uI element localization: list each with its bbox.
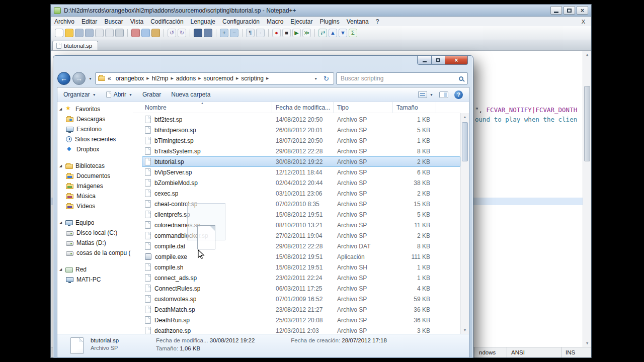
zoom-out-icon[interactable]: − [230,29,238,37]
close-button[interactable]: × [577,6,588,15]
search-icon[interactable] [459,76,463,81]
explorer-titlebar[interactable]: × [53,56,473,70]
minimize-button[interactable] [550,6,562,15]
help-icon[interactable]: ? [454,90,463,99]
close-file-icon[interactable] [95,29,104,37]
refresh-icon[interactable]: ↻ [321,75,331,82]
zoom-in-icon[interactable]: + [220,29,228,37]
file-row-compile-sh[interactable]: compile.sh15/08/2012 19:51Archivo SH1 KB [142,262,460,273]
breadcrumb-item-hl2mp[interactable]: hl2mp [150,74,171,82]
file-row-connectrules-sp[interactable]: ConnectRules.sp06/03/2011 17:25Archivo S… [142,283,460,294]
open-folder-icon[interactable] [65,29,73,37]
scroll-up-icon[interactable]: ▲ [461,113,469,121]
sidebar-item-musica[interactable]: Música [57,191,133,201]
forward-button[interactable]: → [72,72,86,85]
sidebar-item-descargas[interactable]: Descargas [57,114,133,124]
menu-item-ventana[interactable]: Ventana [343,17,372,26]
tab-btutorial[interactable]: btutorial.sp [52,41,98,50]
redo-icon[interactable]: ↻ [178,29,186,37]
editor-scrollbar[interactable]: ▲ ▼ [583,51,591,347]
menu-item-archivo[interactable]: Archivo [51,17,78,26]
sidebar-group-header-equipo[interactable]: ◢Equipo [57,218,133,228]
notepadpp-titlebar[interactable]: D:\hl2dm\srcds\orangebox\hl2mp\addons\so… [51,5,591,17]
maximize-button[interactable] [432,55,445,65]
expand-triangle-icon[interactable]: ◢ [58,164,63,168]
file-row-cexec-sp[interactable]: cexec.sp03/10/2011 23:06Archivo SP2 KB [142,188,460,199]
breadcrumb-item-sourcemod[interactable]: sourcemod [202,74,235,82]
show-symbols-icon[interactable]: · [256,29,265,37]
views-button[interactable]: ▼ [418,91,433,98]
file-row-btutorial-sp[interactable]: btutorial.sp30/08/2012 19:22Archivo SP2 … [142,156,460,167]
scroll-down-icon[interactable]: ▼ [461,326,469,334]
burn-button[interactable]: Grabar [142,91,161,98]
close-document-icon[interactable]: X [576,19,591,25]
expand-triangle-icon[interactable]: ◢ [58,221,63,225]
file-row-deathrun-sp[interactable]: DeathRun.sp25/03/2012 20:08Archivo SP36 … [142,315,460,325]
column-header-name[interactable]: ▲Nombre [133,102,272,113]
sum-icon[interactable]: Σ [349,29,357,37]
column-header-date[interactable]: Fecha de modifica... [272,102,334,113]
file-row-commandblocker-sp[interactable]: commandblocker.sp27/02/2011 19:04Archivo… [142,230,460,241]
preview-pane-icon[interactable] [439,92,448,98]
print-icon[interactable] [115,29,124,37]
breadcrumb-overflow-chevron[interactable]: « [107,75,112,82]
address-bar[interactable]: « orangebox▶hl2mp▶addons▶sourcemod▶scrip… [95,72,334,84]
file-row-btf2test-sp[interactable]: btf2test.sp14/08/2012 20:50Archivo SP1 K… [142,114,460,125]
stop-macro-icon[interactable]: ■ [282,29,291,37]
file-list-scrollbar[interactable]: ▲ ▼ [460,113,469,334]
file-row-clientprefs-sp[interactable]: clientprefs.sp15/08/2012 19:51Archivo SP… [142,209,460,220]
cut-icon[interactable] [131,29,140,37]
sidebar-item-dropbox[interactable]: Dropbox [57,144,133,154]
sidebar-item-videos[interactable]: Vídeos [57,201,133,211]
close-all-icon[interactable] [105,29,114,37]
expand-triangle-icon[interactable]: ◢ [58,107,63,111]
replace-icon[interactable] [204,29,212,37]
organize-button[interactable]: Organizar ▼ [63,91,96,98]
scrollbar-thumb[interactable] [584,86,590,161]
menu-item-ejecutar[interactable]: Ejecutar [287,17,316,26]
record-macro-icon[interactable]: ● [272,29,281,37]
file-row-bthirdperson-sp[interactable]: bthirdperson.sp26/08/2012 20:01Archivo S… [142,125,460,135]
file-row-deathmatch-sp[interactable]: DeathMatch.sp23/08/2012 21:27Archivo SP3… [142,304,460,315]
menu-item-lenguaje[interactable]: Lenguaje [187,17,219,26]
new-folder-button[interactable]: Nueva carpeta [171,91,210,98]
sidebar-item-matias-d[interactable]: Matias (D:) [57,238,133,248]
sort-descending-icon[interactable]: ▼ [339,29,347,37]
sidebar-group-header-red[interactable]: ◢Red [57,264,133,275]
maximize-button[interactable] [564,6,575,15]
scroll-up-icon[interactable]: ▲ [583,51,591,58]
breadcrumb-item-addons[interactable]: addons [174,74,198,82]
file-row-deathzone-sp[interactable]: deathzone.sp12/03/2011 2:03Archivo SP3 K… [142,325,460,334]
sidebar-item-escritorio[interactable]: Escritorio [57,124,133,134]
expand-triangle-icon[interactable]: ◢ [58,267,63,272]
menu-item-vista[interactable]: Vista [127,17,147,26]
save-all-icon[interactable] [85,29,94,37]
copy-icon[interactable] [141,29,150,37]
find-icon[interactable] [194,29,202,37]
column-header-type[interactable]: Tipo [334,102,393,113]
menu-item-plugins[interactable]: Plugins [316,17,343,26]
save-icon[interactable] [75,29,84,37]
minimize-button[interactable] [417,55,432,65]
file-row-cheat-control-sp[interactable]: cheat-control.sp07/02/2010 8:35Archivo S… [142,199,460,209]
compare-icon[interactable]: ⇄ [318,29,327,37]
file-row-customvotes-sp[interactable]: customvotes.sp07/01/2009 16:52Archivo SP… [142,294,460,304]
file-row-bvipserver-sp[interactable]: bVipServer.sp12/12/2011 18:44Archivo SP6… [142,167,460,177]
menu-item-help[interactable]: ? [372,17,383,26]
sort-ascending-icon[interactable]: ▲ [329,29,337,37]
file-row-connect-ads-sp[interactable]: connect_ads.sp23/02/2011 22:24Archivo SP… [142,273,460,283]
file-row-btimingtest-sp[interactable]: bTimingtest.sp18/07/2012 20:50Archivo SP… [142,135,460,146]
breadcrumb-item-scripting[interactable]: scripting [239,74,266,82]
file-row-bzombiemod-sp[interactable]: bZombieMod.sp02/04/2012 20:44Archivo SP3… [142,177,460,188]
menu-item-configuracion[interactable]: Configuración [219,17,263,26]
sidebar-item-disco-local-c[interactable]: Disco local (C:) [57,228,133,238]
menu-item-macro[interactable]: Macro [263,17,287,26]
sidebar-group-header-favoritos[interactable]: ◢Favoritos [57,104,133,114]
sidebar-item-cosas-de-la-compu[interactable]: cosas de la compu ( [57,248,133,258]
menu-item-codificacion[interactable]: Codificación [147,17,187,26]
address-dropdown-icon[interactable]: ▼ [311,77,320,80]
scroll-down-icon[interactable]: ▼ [583,339,591,347]
back-button[interactable]: ← [57,72,70,85]
sidebar-group-header-bibliotecas[interactable]: ◢Bibliotecas [57,161,133,171]
recent-pages-dropdown-icon[interactable]: ▼ [88,77,93,80]
